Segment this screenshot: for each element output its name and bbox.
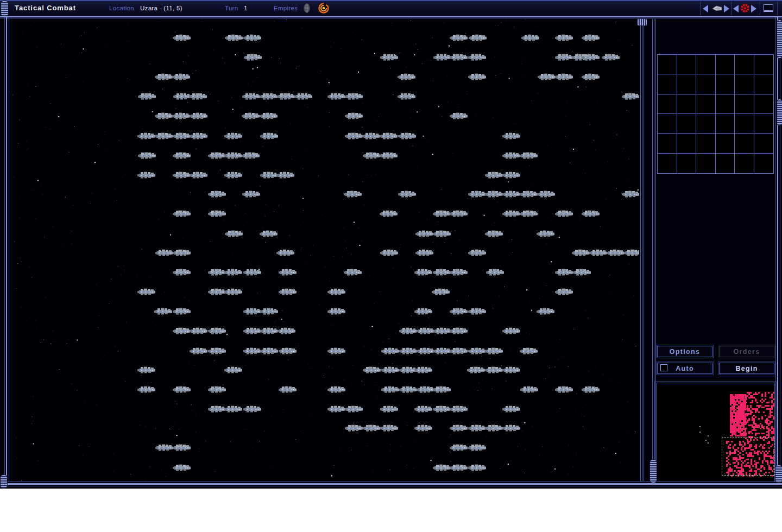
ship[interactable] <box>622 190 639 199</box>
ship[interactable] <box>417 347 435 356</box>
ship[interactable] <box>260 307 279 316</box>
ship[interactable] <box>521 34 540 42</box>
ship[interactable] <box>468 249 487 257</box>
grid-cell[interactable] <box>735 114 754 134</box>
next-ship-arrow-icon[interactable] <box>724 5 729 12</box>
ship[interactable] <box>502 151 521 160</box>
grid-cell[interactable] <box>677 154 697 173</box>
ship[interactable] <box>208 327 226 335</box>
ship[interactable] <box>279 385 297 394</box>
ship[interactable] <box>173 307 191 316</box>
ship[interactable] <box>172 73 191 81</box>
grid-cell[interactable] <box>735 134 754 153</box>
ship[interactable] <box>154 307 173 316</box>
ship[interactable] <box>380 151 398 160</box>
ship[interactable] <box>433 327 452 335</box>
ship[interactable] <box>582 53 600 62</box>
ship[interactable] <box>173 132 191 141</box>
next-empire-arrow-icon[interactable] <box>751 5 756 12</box>
auto-checkbox[interactable] <box>660 364 667 371</box>
grid-cell[interactable] <box>658 74 677 94</box>
grid-cell[interactable] <box>716 134 735 153</box>
ship[interactable] <box>208 347 226 356</box>
ship[interactable] <box>415 230 434 238</box>
ship[interactable] <box>450 53 468 62</box>
ship[interactable] <box>137 171 156 180</box>
ship[interactable] <box>467 366 485 375</box>
grid-cell[interactable] <box>716 55 735 74</box>
grid-cell[interactable] <box>716 74 735 94</box>
ship[interactable] <box>276 249 295 257</box>
ship[interactable] <box>398 132 417 141</box>
ship[interactable] <box>538 73 556 81</box>
ship[interactable] <box>468 190 487 199</box>
ship[interactable] <box>582 34 600 42</box>
grid-cell[interactable] <box>658 94 677 114</box>
ship[interactable] <box>242 112 260 121</box>
grid-cell[interactable] <box>754 55 774 74</box>
grid-cell[interactable] <box>754 94 774 114</box>
grid-cell[interactable] <box>696 55 716 74</box>
ship[interactable] <box>208 210 226 218</box>
ship[interactable] <box>380 424 399 433</box>
ship[interactable] <box>137 366 156 375</box>
ship[interactable] <box>242 92 261 101</box>
ship[interactable] <box>243 268 262 277</box>
ship[interactable] <box>243 34 262 42</box>
ship[interactable] <box>363 151 381 160</box>
ship[interactable] <box>243 405 262 414</box>
ship[interactable] <box>279 347 297 356</box>
ship[interactable] <box>414 424 433 433</box>
ship[interactable] <box>624 249 639 257</box>
grid-cell[interactable] <box>754 74 774 94</box>
ship[interactable] <box>224 151 243 160</box>
orders-button[interactable]: Orders <box>718 345 775 358</box>
ship[interactable] <box>468 444 487 452</box>
ship[interactable] <box>398 92 416 101</box>
ship[interactable] <box>520 347 538 356</box>
ship[interactable] <box>173 151 191 160</box>
grid-cell[interactable] <box>677 94 697 114</box>
ship[interactable] <box>433 464 451 472</box>
ship[interactable] <box>468 347 487 356</box>
ship[interactable] <box>520 385 539 394</box>
ship[interactable] <box>260 327 279 335</box>
ship[interactable] <box>432 288 450 296</box>
ship[interactable] <box>345 92 363 101</box>
grid-cell[interactable] <box>716 114 735 134</box>
ship[interactable] <box>433 210 451 218</box>
ship[interactable] <box>381 366 400 375</box>
ship[interactable] <box>380 132 398 141</box>
ship[interactable] <box>243 327 262 335</box>
ship[interactable] <box>155 132 173 141</box>
ship[interactable] <box>327 405 346 414</box>
grid-cell[interactable] <box>696 134 716 153</box>
ship[interactable] <box>398 190 417 199</box>
ship[interactable] <box>602 53 620 62</box>
ship[interactable] <box>137 385 156 394</box>
ship[interactable] <box>244 53 262 62</box>
ship[interactable] <box>555 34 573 42</box>
ship[interactable] <box>572 249 590 257</box>
ship[interactable] <box>380 405 399 414</box>
ship[interactable] <box>208 405 226 414</box>
ship[interactable] <box>433 405 451 414</box>
ship[interactable] <box>537 230 555 238</box>
ship[interactable] <box>399 385 418 394</box>
pod-empire-icon[interactable] <box>303 3 311 14</box>
ship[interactable] <box>468 73 487 81</box>
ship[interactable] <box>450 307 468 316</box>
ship[interactable] <box>155 249 174 257</box>
ship[interactable] <box>582 385 600 394</box>
ship[interactable] <box>450 327 468 335</box>
ship[interactable] <box>224 405 243 414</box>
grid-cell[interactable] <box>696 94 716 114</box>
ship[interactable] <box>224 171 243 180</box>
ship[interactable] <box>173 327 191 335</box>
grid-cell[interactable] <box>658 134 677 153</box>
grid-cell[interactable] <box>754 154 774 173</box>
ship[interactable] <box>468 307 487 316</box>
ship[interactable] <box>485 171 503 180</box>
ship[interactable] <box>485 230 503 238</box>
ship[interactable] <box>344 190 362 199</box>
